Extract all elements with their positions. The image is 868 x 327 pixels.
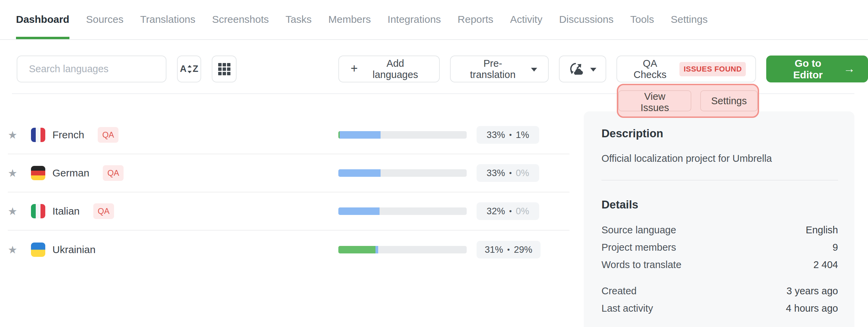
description-title: Description [601,127,838,140]
language-row[interactable]: ★ German QA 33% • 0% [8,154,569,192]
detail-label: Words to translate [601,259,681,270]
dot-separator: • [509,207,512,216]
add-languages-button[interactable]: + Add languages [338,56,440,82]
issues-found-badge: ISSUES FOUND [679,62,746,76]
detail-value: 4 hours ago [786,303,838,314]
translated-progress-segment [340,131,381,139]
qa-issues-badge[interactable]: QA [93,203,114,219]
translated-percent: 31% [485,245,503,255]
qa-issues-badge[interactable]: QA [98,127,118,143]
approved-progress-segment [338,246,375,253]
nav-tab-integrations[interactable]: Integrations [388,0,441,39]
nav-tab-tasks[interactable]: Tasks [286,0,312,39]
project-info-panel: Description Official localization projec… [584,111,854,327]
detail-label: Project members [601,242,676,253]
detail-row: Project members 9 [601,239,838,256]
qa-checks-label: QA Checks [627,58,674,80]
translation-progress-bar [338,246,467,253]
detail-value: English [806,224,838,236]
pre-translation-label: Pre-translation [462,58,524,80]
approved-percent: 29% [514,245,532,255]
translated-progress-segment [375,246,378,253]
details-secondary: Created 3 years ago Last activity 4 hour… [601,282,838,317]
language-name[interactable]: German [52,167,89,179]
nav-tab-settings[interactable]: Settings [671,0,708,39]
star-icon[interactable]: ★ [8,167,20,180]
language-list: ★ French QA 33% • 1% ★ German QA 3 [8,94,569,269]
sort-alphabetical-button[interactable]: A Z [177,56,201,82]
cloud-sync-icon [568,61,584,77]
add-languages-label: Add languages [363,58,428,80]
translation-progress-bar [338,207,467,215]
project-dashboard: DashboardSourcesTranslationsScreenshotsT… [0,0,868,327]
search-input[interactable] [17,56,166,82]
nav-tab-activity[interactable]: Activity [510,0,542,39]
pre-translation-button[interactable]: Pre-translation [450,56,549,82]
dot-separator: • [509,130,512,139]
language-flag-icon [31,128,45,142]
nav-tab-discussions[interactable]: Discussions [559,0,613,39]
nav-tab-tools[interactable]: Tools [630,0,654,39]
nav-tab-sources[interactable]: Sources [86,0,124,39]
qa-settings-button[interactable]: Settings [700,90,758,111]
detail-label: Created [601,285,637,297]
chevron-down-icon [590,68,596,72]
details-primary: Source language English Project members … [601,221,838,274]
project-nav: DashboardSourcesTranslationsScreenshotsT… [0,0,868,40]
grid-view-icon [218,63,230,75]
nav-tab-members[interactable]: Members [328,0,371,39]
approved-percent: 1% [516,130,529,140]
detail-row: Created 3 years ago [601,282,838,300]
progress-stats-chip: 33% • 1% [477,126,539,144]
qa-checks-popover: View Issues Settings [617,84,759,118]
go-to-editor-button[interactable]: Go to Editor → [766,56,868,82]
language-row[interactable]: ★ French QA 33% • 1% [8,116,569,154]
qa-issues-badge[interactable]: QA [103,165,124,181]
view-issues-button[interactable]: View Issues [618,90,691,111]
star-icon[interactable]: ★ [8,205,20,218]
machine-translation-button[interactable] [559,56,606,82]
go-to-editor-label: Go to Editor [779,58,837,81]
detail-row: Words to translate 2 404 [601,256,838,274]
detail-label: Last activity [601,303,653,314]
approved-percent: 0% [516,206,529,217]
translated-progress-segment [338,207,380,215]
translated-percent: 32% [487,206,505,217]
language-flag-icon [31,204,45,218]
detail-value: 9 [833,242,838,253]
chevron-down-icon [531,68,537,72]
grid-view-button[interactable] [212,56,237,82]
progress-stats-chip: 31% • 29% [477,241,541,259]
language-row[interactable]: ★ Ukrainian 31% • 29% [8,231,569,269]
approved-percent: 0% [516,168,529,178]
language-flag-icon [31,243,45,257]
language-name[interactable]: Italian [52,205,80,217]
sort-alphabetical-icon: A Z [180,64,198,74]
nav-tab-reports[interactable]: Reports [457,0,493,39]
dot-separator: • [509,169,512,177]
description-text: Official localization project for Umbrel… [601,153,838,164]
progress-stats-chip: 33% • 0% [477,164,539,182]
language-name[interactable]: French [52,129,84,141]
detail-value: 3 years ago [786,285,838,297]
nav-tab-dashboard[interactable]: Dashboard [16,0,69,39]
translated-percent: 33% [487,130,505,140]
translation-progress-bar [338,131,467,139]
translation-progress-bar [338,169,467,177]
plus-icon: + [351,62,358,75]
star-icon[interactable]: ★ [8,244,20,256]
translated-percent: 33% [487,168,505,178]
star-icon[interactable]: ★ [8,129,20,141]
nav-tab-translations[interactable]: Translations [140,0,195,39]
detail-row: Last activity 4 hours ago [601,300,838,317]
toolbar-actions: + Add languages Pre-translation QA Check… [338,56,868,82]
details-title: Details [601,198,838,211]
language-name[interactable]: Ukrainian [52,244,96,255]
detail-label: Source language [601,224,676,236]
panel-divider [601,180,838,181]
nav-tab-screenshots[interactable]: Screenshots [212,0,269,39]
language-row[interactable]: ★ Italian QA 32% • 0% [8,192,569,231]
dot-separator: • [507,245,510,254]
qa-checks-button[interactable]: QA Checks ISSUES FOUND [616,56,756,82]
language-flag-icon [31,166,45,180]
